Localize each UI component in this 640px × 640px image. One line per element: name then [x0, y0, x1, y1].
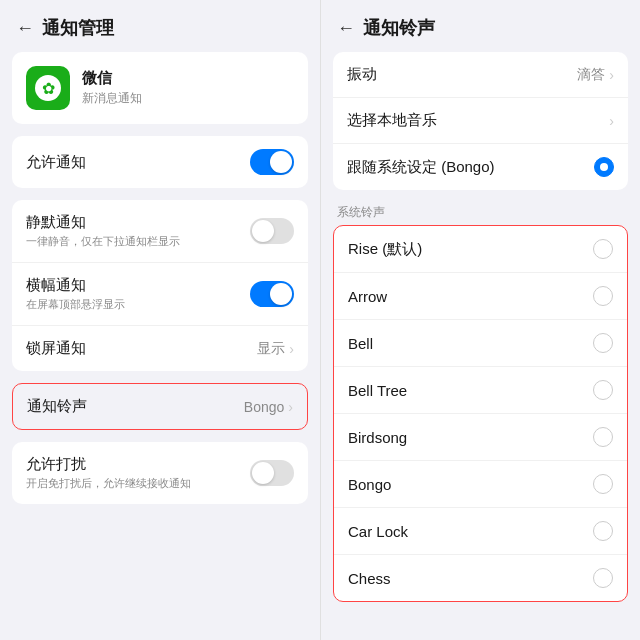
- lock-notify-label: 锁屏通知: [26, 339, 86, 358]
- lock-notify-row[interactable]: 锁屏通知 显示 ›: [12, 326, 308, 371]
- app-subtitle: 新消息通知: [82, 90, 142, 107]
- system-item-label: Bongo: [348, 476, 391, 493]
- app-name: 微信: [82, 69, 142, 88]
- local-music-label: 选择本地音乐: [347, 111, 437, 130]
- banner-notify-text: 横幅通知 在屏幕顶部悬浮显示: [26, 276, 125, 312]
- system-item-radio[interactable]: [593, 521, 613, 541]
- vibrate-label: 振动: [347, 65, 377, 84]
- system-item-label: Car Lock: [348, 523, 408, 540]
- disturb-toggle[interactable]: [250, 460, 294, 486]
- system-item-label: Arrow: [348, 288, 387, 305]
- vibrate-row[interactable]: 振动 滴答 ›: [333, 52, 628, 98]
- system-item[interactable]: Car Lock: [334, 508, 627, 555]
- app-icon: ✿: [26, 66, 70, 110]
- ringtone-row[interactable]: 通知铃声 Bongo ›: [13, 384, 307, 429]
- local-music-row[interactable]: 选择本地音乐 ›: [333, 98, 628, 144]
- allow-notify-label: 允许通知: [26, 153, 86, 172]
- system-item[interactable]: Bell Tree: [334, 367, 627, 414]
- ringtone-value: Bongo ›: [244, 399, 293, 415]
- disturb-sub: 开启免打扰后，允许继续接收通知: [26, 476, 191, 491]
- system-default-radio-inner: [600, 163, 608, 171]
- system-item[interactable]: Arrow: [334, 273, 627, 320]
- left-title: 通知管理: [42, 16, 114, 40]
- allow-notify-group: 允许通知: [12, 136, 308, 188]
- system-default-row[interactable]: 跟随系统设定 (Bongo): [333, 144, 628, 190]
- wechat-symbol: ✿: [42, 79, 55, 98]
- right-header: ← 通知铃声: [321, 0, 640, 52]
- system-item-radio[interactable]: [593, 568, 613, 588]
- silent-notify-row: 静默通知 一律静音，仅在下拉通知栏显示: [12, 200, 308, 263]
- system-item-label: Chess: [348, 570, 391, 587]
- allow-notify-toggle[interactable]: [250, 149, 294, 175]
- system-item[interactable]: Chess: [334, 555, 627, 601]
- system-default-label: 跟随系统设定 (Bongo): [347, 158, 495, 177]
- ringtone-options: 振动 滴答 › 选择本地音乐 › 跟随系统设定 (Bongo): [333, 52, 628, 190]
- system-item[interactable]: Rise (默认): [334, 226, 627, 273]
- allow-notify-thumb: [270, 151, 292, 173]
- system-item[interactable]: Bell: [334, 320, 627, 367]
- disturb-thumb: [252, 462, 274, 484]
- disturb-text: 允许打扰 开启免打扰后，允许继续接收通知: [26, 455, 191, 491]
- silent-notify-text: 静默通知 一律静音，仅在下拉通知栏显示: [26, 213, 180, 249]
- right-title: 通知铃声: [363, 16, 435, 40]
- disturb-group: 允许打扰 开启免打扰后，允许继续接收通知: [12, 442, 308, 504]
- system-item-radio[interactable]: [593, 239, 613, 259]
- disturb-row: 允许打扰 开启免打扰后，允许继续接收通知: [12, 442, 308, 504]
- system-item[interactable]: Bongo: [334, 461, 627, 508]
- banner-notify-sub: 在屏幕顶部悬浮显示: [26, 297, 125, 312]
- ringtone-label: 通知铃声: [27, 397, 87, 416]
- system-item-radio[interactable]: [593, 380, 613, 400]
- app-details: 微信 新消息通知: [82, 69, 142, 107]
- system-item-label: Rise (默认): [348, 240, 422, 259]
- system-item-radio[interactable]: [593, 474, 613, 494]
- system-default-radio[interactable]: [594, 157, 614, 177]
- system-item-label: Bell: [348, 335, 373, 352]
- vibrate-value: 滴答 ›: [577, 66, 614, 84]
- banner-notify-row: 横幅通知 在屏幕顶部悬浮显示: [12, 263, 308, 326]
- system-ringtones-header: 系统铃声: [333, 198, 628, 225]
- system-item-radio[interactable]: [593, 286, 613, 306]
- banner-notify-toggle[interactable]: [250, 281, 294, 307]
- right-panel: ← 通知铃声 振动 滴答 › 选择本地音乐 › 跟随系统设定 (Bongo) 系…: [320, 0, 640, 640]
- allow-notify-row: 允许通知: [12, 136, 308, 188]
- left-back-button[interactable]: ←: [16, 18, 34, 39]
- system-item-radio[interactable]: [593, 427, 613, 447]
- ringtone-group[interactable]: 通知铃声 Bongo ›: [12, 383, 308, 430]
- system-ringtones-list: Rise (默认)ArrowBellBell TreeBirdsongBongo…: [333, 225, 628, 602]
- app-info-section: ✿ 微信 新消息通知: [12, 52, 308, 124]
- local-music-chevron: ›: [609, 113, 614, 129]
- lock-notify-value: 显示 ›: [257, 340, 294, 358]
- silent-notify-toggle[interactable]: [250, 218, 294, 244]
- left-panel: ← 通知管理 ✿ 微信 新消息通知 允许通知 静默通知 一律静音，仅在下拉通知栏…: [0, 0, 320, 640]
- lock-notify-chevron: ›: [289, 341, 294, 357]
- banner-notify-label: 横幅通知: [26, 276, 125, 295]
- banner-notify-thumb: [270, 283, 292, 305]
- silent-banner-group: 静默通知 一律静音，仅在下拉通知栏显示 横幅通知 在屏幕顶部悬浮显示 锁屏通知 …: [12, 200, 308, 371]
- silent-notify-label: 静默通知: [26, 213, 180, 232]
- system-item[interactable]: Birdsong: [334, 414, 627, 461]
- silent-notify-thumb: [252, 220, 274, 242]
- right-back-button[interactable]: ←: [337, 18, 355, 39]
- vibrate-chevron: ›: [609, 67, 614, 83]
- system-item-label: Bell Tree: [348, 382, 407, 399]
- wechat-icon-inner: ✿: [35, 75, 61, 101]
- system-item-radio[interactable]: [593, 333, 613, 353]
- ringtone-chevron: ›: [288, 399, 293, 415]
- disturb-label: 允许打扰: [26, 455, 191, 474]
- system-ringtones-section: 系统铃声 Rise (默认)ArrowBellBell TreeBirdsong…: [333, 198, 628, 602]
- system-item-label: Birdsong: [348, 429, 407, 446]
- silent-notify-sub: 一律静音，仅在下拉通知栏显示: [26, 234, 180, 249]
- left-header: ← 通知管理: [0, 0, 320, 52]
